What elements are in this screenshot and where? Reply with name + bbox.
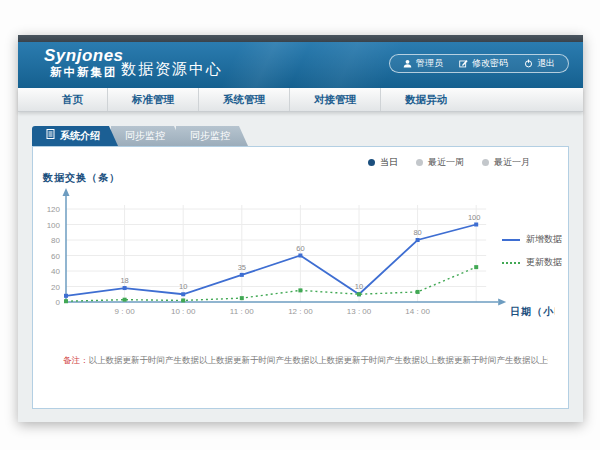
nav-item-系统管理[interactable]: 系统管理	[198, 88, 289, 111]
footnote-text: 以上数据更新于时间产生数据以上数据更新于时间产生数据以上数据更新于时间产生数据以…	[89, 355, 549, 365]
userbar-管理员[interactable]: 管理员	[403, 57, 443, 70]
time-range-filter-group: 当日最近一周最近一月	[368, 156, 530, 169]
data-point	[357, 292, 361, 296]
tab-同步监控-1[interactable]: 同步监控	[111, 126, 183, 146]
legend-swatch	[502, 262, 520, 264]
user-icon	[403, 59, 412, 68]
data-point	[474, 223, 478, 227]
radio-当日[interactable]: 当日	[368, 156, 398, 169]
system-intro-panel: 当日最近一周最近一月 数据交换（条） 0204060801001209 : 00…	[32, 146, 569, 409]
content-area: 系统介绍同步监控同步监控 当日最近一周最近一月 数据交换（条） 02040608…	[18, 112, 583, 422]
data-point-label: 35	[238, 263, 246, 272]
data-point	[416, 238, 420, 242]
page-title: 数据资源中心	[121, 60, 223, 79]
data-point	[416, 290, 420, 294]
tab-系统介绍-0[interactable]: 系统介绍	[32, 126, 118, 146]
window-top-strip	[18, 35, 583, 42]
user-toolbar: 管理员修改密码退出	[389, 54, 569, 73]
brand-logo: Synjones 新中新集团	[44, 47, 124, 78]
legend-swatch	[502, 239, 520, 241]
power-icon	[524, 59, 533, 68]
data-point	[123, 298, 127, 302]
data-point	[298, 254, 302, 258]
data-point	[298, 288, 302, 292]
y-tick-label: 40	[51, 267, 60, 276]
radio-最近一周[interactable]: 最近一周	[416, 156, 464, 169]
y-tick-label: 20	[51, 283, 60, 292]
data-point-label: 80	[413, 228, 421, 237]
userbar-退出[interactable]: 退出	[524, 57, 555, 70]
data-exchange-line-chart: 0204060801001209 : 0010 : 0011 : 0012 : …	[43, 185, 555, 323]
radio-dot	[368, 159, 375, 166]
x-tick-label: 13 : 00	[347, 307, 372, 316]
data-point	[64, 294, 68, 298]
tab-同步监控-2[interactable]: 同步监控	[176, 126, 248, 146]
data-point	[240, 273, 244, 277]
data-point	[64, 299, 68, 303]
y-tick-label: 100	[47, 221, 61, 230]
data-point-label: 100	[468, 213, 481, 222]
y-tick-label: 120	[47, 205, 61, 214]
x-tick-label: 12 : 00	[288, 307, 313, 316]
nav-item-标准管理[interactable]: 标准管理	[107, 88, 198, 111]
y-tick-label: 0	[56, 298, 61, 307]
y-tick-label: 80	[51, 236, 60, 245]
x-tick-label: 9 : 00	[115, 307, 136, 316]
y-axis-arrow	[63, 188, 70, 196]
document-icon	[46, 126, 55, 146]
x-tick-label: 10 : 00	[171, 307, 196, 316]
data-point	[181, 292, 185, 296]
x-axis-title: 日期（小时）	[510, 306, 555, 317]
radio-dot	[416, 159, 423, 166]
x-axis-arrow	[498, 299, 506, 306]
brand-logo-text-en: Synjones	[44, 47, 124, 66]
app-window: Synjones 新中新集团 数据资源中心 管理员修改密码退出 首页标准管理系统…	[18, 35, 583, 422]
data-point	[474, 265, 478, 269]
data-point	[123, 286, 127, 290]
radio-最近一月[interactable]: 最近一月	[482, 156, 530, 169]
footnote: 备注：以上数据更新于时间产生数据以上数据更新于时间产生数据以上数据更新于时间产生…	[63, 355, 548, 367]
userbar-修改密码[interactable]: 修改密码	[459, 57, 508, 70]
tab-bar: 系统介绍同步监控同步监控	[32, 126, 241, 146]
main-navigation: 首页标准管理系统管理对接管理数据异动	[18, 88, 583, 112]
brand-logo-text-cn: 新中新集团	[44, 66, 124, 79]
data-point	[240, 296, 244, 300]
y-tick-label: 60	[51, 252, 60, 261]
app-header: Synjones 新中新集团 数据资源中心 管理员修改密码退出	[18, 42, 583, 88]
radio-dot	[482, 159, 489, 166]
legend-item-更新数据: 更新数据	[502, 256, 562, 269]
footnote-label: 备注：	[63, 355, 89, 365]
nav-item-数据异动[interactable]: 数据异动	[380, 88, 471, 111]
data-point	[181, 298, 185, 302]
x-tick-label: 11 : 00	[230, 307, 254, 316]
y-axis-title: 数据交换（条）	[43, 171, 120, 185]
legend-item-新增数据: 新增数据	[502, 233, 562, 246]
nav-item-首页[interactable]: 首页	[38, 88, 107, 111]
data-point-label: 10	[179, 282, 187, 291]
data-point-label: 10	[355, 282, 363, 291]
nav-item-对接管理[interactable]: 对接管理	[289, 88, 380, 111]
data-point-label: 18	[120, 276, 128, 285]
data-point-label: 60	[296, 244, 304, 253]
edit-icon	[459, 59, 468, 68]
chart-legend: 新增数据更新数据	[502, 233, 562, 269]
x-tick-label: 14 : 00	[405, 307, 430, 316]
